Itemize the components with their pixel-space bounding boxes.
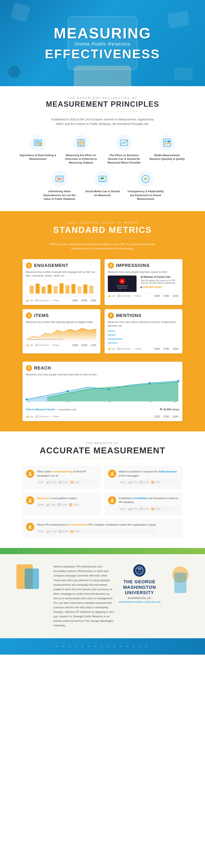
like-action[interactable]: 👍 Like xyxy=(26,299,33,302)
count-shares-5: 1,344 xyxy=(172,415,179,418)
video-thumbnail: 20 Minutes ofFunny Cats xyxy=(108,276,137,292)
comment-action[interactable]: 💬 Comment xyxy=(35,299,49,302)
principle-icon-advertising: $ xyxy=(51,171,68,187)
metrics-description: PRSA has been identifying and solving PR… xyxy=(45,242,160,251)
engagement-header: 1 ENGAGEMENT xyxy=(26,262,97,269)
ruler-mark xyxy=(118,550,118,553)
reach-name: REACH xyxy=(34,365,51,371)
like-action-4[interactable]: 👍 Like xyxy=(108,347,115,350)
highlight-effectiveness: #effectiveness xyxy=(159,470,177,473)
svg-point-60 xyxy=(108,388,110,390)
ruler-mark xyxy=(84,550,84,553)
svg-point-20 xyxy=(123,142,123,143)
items-visual: Measuring speed improvements in select p… xyxy=(26,326,97,341)
benefit-effectiveness: Makes it possible to compare the #effect… xyxy=(105,466,182,489)
svg-rect-51 xyxy=(83,284,87,293)
share-action-4[interactable]: ↗ Share xyxy=(133,347,141,350)
person-icon-1 xyxy=(28,472,32,476)
ruler-mark xyxy=(19,550,20,553)
svg-point-61 xyxy=(149,382,151,384)
svg-rect-24 xyxy=(168,141,170,143)
items-desc: Measures any content that originally app… xyxy=(26,320,97,324)
benefits-title: ACCURATE MEASUREMENT xyxy=(16,445,189,456)
svg-rect-21 xyxy=(163,139,171,147)
like-action-5[interactable]: 👍 Like xyxy=(26,415,33,418)
reach-container: 5 REACH Measures how many people may hav… xyxy=(12,358,193,421)
media-icon xyxy=(163,138,172,147)
svg-rect-25 xyxy=(164,143,170,144)
share-action-3[interactable]: ↗ Share xyxy=(51,344,59,346)
like-action-2[interactable]: 👍 Like xyxy=(108,294,115,297)
hero-subtitle: Online Public Relations xyxy=(45,41,160,47)
mentions-header: 4 MENTIONS xyxy=(108,312,179,319)
benefit-icon-1 xyxy=(26,470,34,478)
comment-action-4[interactable]: 💬 Comment xyxy=(117,347,131,350)
items-number: 3 xyxy=(26,312,32,319)
reach-actions: 👍 Like 💬 Comment ↗ Share 1,238 3,706 1,3… xyxy=(26,414,179,418)
impressions-card: 2 IMPRESSIONS Measures how many people m… xyxy=(105,259,182,305)
impressions-desc: Measures how many people may have viewed… xyxy=(108,270,179,274)
principle-advertising: $ Advertising Value Equivalencies are no… xyxy=(41,171,78,201)
benefit-credibility: Establishes #credibility and #investment… xyxy=(105,493,182,515)
impressions-counts: 4,238 3,706 1,344 xyxy=(153,294,179,297)
benefit-metrics-4: Share 📊 9,134 💬 6,344 🔁 3,200 xyxy=(119,506,179,512)
share-action[interactable]: ↗ Share xyxy=(51,299,59,302)
svg-text:★★★: ★★★ xyxy=(138,571,141,572)
benefit-text-4: Establishes #credibility and #investment… xyxy=(119,496,179,512)
share-action-2[interactable]: ↗ Share xyxy=(133,294,141,297)
svg-point-11 xyxy=(80,142,81,144)
svg-rect-50 xyxy=(77,286,81,293)
gw-url[interactable]: publicrelationsmasters.online.gwu.edu xyxy=(119,600,160,603)
principle-results: The Effect on Business Results Can & Sho… xyxy=(106,134,142,165)
comment-action-5[interactable]: 💬 Comment xyxy=(35,415,49,418)
benefit-metrics-3: Share 📊 7,234 💬 3,344 🔁 1,100 xyxy=(37,502,79,508)
svg-point-19 xyxy=(124,143,125,144)
reach-link[interactable]: How to Measure Reach — shareaholic.com xyxy=(26,408,76,411)
comment-action-2[interactable]: 💬 Comment xyxy=(117,294,131,297)
video-views: ▶ 230,486 views xyxy=(141,285,179,289)
svg-rect-23 xyxy=(164,141,167,143)
svg-rect-49 xyxy=(72,284,75,293)
footer-section: Without standards, PR professionals can'… xyxy=(0,554,205,638)
svg-text:70: 70 xyxy=(150,401,152,403)
impressions-name: IMPRESSIONS xyxy=(116,263,150,268)
advertising-icon: $ xyxy=(55,175,64,183)
play-button[interactable] xyxy=(119,278,125,284)
items-name: ITEMS xyxy=(34,313,49,318)
like-action-3[interactable]: 👍 Like xyxy=(26,344,33,346)
mentions-card: 4 MENTIONS Measures how many #items refe… xyxy=(105,309,182,354)
benefit-metrics-5: Share 📊 11,234 💬 9,344 🔁 4,100 xyxy=(37,528,156,534)
engagement-chart xyxy=(28,281,95,294)
principle-icon-transparency xyxy=(137,171,154,187)
ruler-mark xyxy=(15,550,15,553)
hashtag-brand: #brand xyxy=(108,333,179,337)
items-counts: 4,238 3,706 1,344 xyxy=(71,344,97,346)
count-likes: 4,238 xyxy=(71,299,79,302)
svg-point-71 xyxy=(111,499,113,500)
engagement-actions: 👍 Like 💬 Comment ↗ Share 4,238 3,706 1,3… xyxy=(26,298,97,302)
benefit-communicate: Allows PR professionals to #communicate … xyxy=(23,519,182,538)
count-comments-3: 3,706 xyxy=(80,344,88,346)
count-likes-2: 4,238 xyxy=(153,294,161,297)
benefit-icon-4 xyxy=(108,496,116,504)
hashtag-items: #items xyxy=(108,329,179,333)
benefits-grid: Offers better #understanding of what PR … xyxy=(16,466,189,538)
count-shares-4: 1,344 xyxy=(172,347,179,350)
benefit-understanding: Offers better #understanding of what PR … xyxy=(23,466,100,489)
count-likes-5: 1,238 xyxy=(153,415,161,418)
principle-goal-setting: ★ Importance of Goal Setting & Measureme… xyxy=(20,134,56,165)
svg-rect-45 xyxy=(47,284,52,293)
gw-location: WASHINGTON, DC xyxy=(119,597,160,600)
comment-action-3[interactable]: 💬 Comment xyxy=(35,344,49,346)
ruler-mark xyxy=(24,550,24,553)
share-action-5[interactable]: ↗ Share xyxy=(51,415,59,418)
results-icon xyxy=(119,138,129,147)
metrics-divider: ▪ ▪ ▪ ▪ ▪ ▪ ▪ ▪ ▪ ▪ ▪ ▪ ▪ ▪ ▪ ▪ ▪ ▪ ▪ ▪ … xyxy=(12,236,193,239)
video-desc-text: Tips for getting the most out of PR: how… xyxy=(141,279,179,284)
benefit-text-2: Makes it possible to compare the #effect… xyxy=(119,470,179,485)
reach-views: 👁 30,685 views xyxy=(160,408,179,411)
video-label: 20 Minutes ofFunny Cats xyxy=(117,285,128,289)
ruler-mark xyxy=(183,550,183,553)
gw-logo-line1: THE GEORGE WASHINGTON UNIVERSITY xyxy=(119,579,160,595)
barcelona-title: MEASUREMENT PRINCIPLES xyxy=(16,100,189,108)
